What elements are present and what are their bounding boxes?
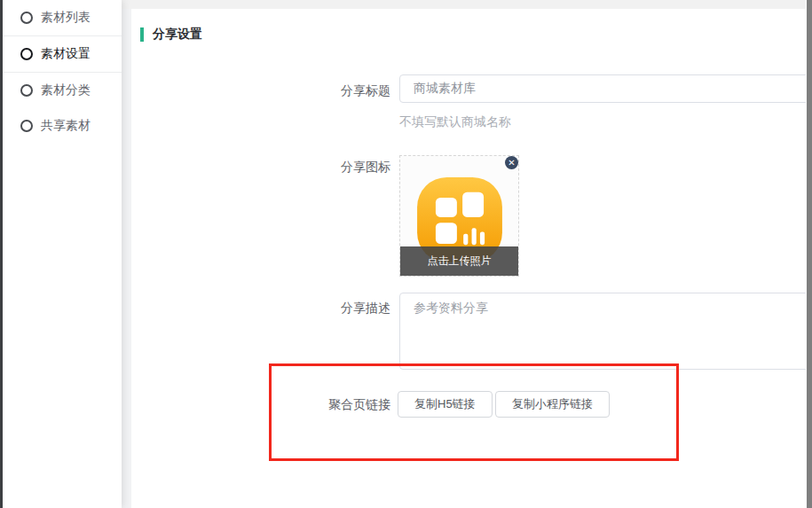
window-left-edge bbox=[0, 0, 3, 508]
scrollbar-track bbox=[806, 0, 812, 508]
sidebar-item-label: 素材列表 bbox=[41, 10, 91, 26]
sidebar-item-shared-material[interactable]: 共享素材 bbox=[3, 108, 122, 144]
scrollbar-thumb[interactable] bbox=[807, 0, 812, 508]
close-icon[interactable]: ✕ bbox=[505, 156, 518, 169]
sidebar-item-label: 素材设置 bbox=[41, 46, 91, 62]
app-window: 素材列表 素材设置 素材分类 共享素材 分享设置 分享标题 不填写默认商城名称 … bbox=[0, 0, 812, 508]
sidebar-item-label: 素材分类 bbox=[41, 82, 91, 98]
top-background-strip bbox=[122, 0, 812, 9]
copy-h5-link-button[interactable]: 复制H5链接 bbox=[398, 391, 493, 418]
page-title: 分享设置 bbox=[153, 27, 202, 43]
content-panel: 分享设置 分享标题 不填写默认商城名称 分享图标 ✕ bbox=[131, 9, 812, 508]
upload-overlay[interactable]: 点击上传照片 bbox=[400, 246, 518, 276]
layout-gap bbox=[122, 0, 131, 508]
sidebar: 素材列表 素材设置 素材分类 共享素材 bbox=[3, 0, 122, 508]
circle-icon bbox=[20, 48, 33, 60]
share-title-helper-text: 不填写默认商城名称 bbox=[399, 114, 511, 130]
sidebar-item-material-category[interactable]: 素材分类 bbox=[3, 73, 122, 108]
sidebar-item-label: 共享素材 bbox=[41, 118, 91, 134]
sidebar-item-material-list[interactable]: 素材列表 bbox=[3, 0, 122, 36]
upload-overlay-text: 点击上传照片 bbox=[428, 254, 492, 269]
circle-icon bbox=[20, 12, 33, 24]
agg-link-label: 聚合页链接 bbox=[248, 395, 390, 413]
copy-miniprogram-link-button[interactable]: 复制小程序链接 bbox=[495, 391, 610, 418]
circle-icon bbox=[20, 84, 33, 97]
circle-icon bbox=[20, 120, 33, 132]
section-header: 分享设置 bbox=[140, 27, 202, 43]
sidebar-item-material-settings[interactable]: 素材设置 bbox=[3, 36, 122, 73]
share-icon-label: 分享图标 bbox=[248, 158, 390, 176]
icon-upload-box[interactable]: ✕ 点击上传照片 bbox=[399, 155, 519, 277]
share-title-label: 分享标题 bbox=[248, 82, 390, 99]
share-desc-label: 分享描述 bbox=[248, 299, 390, 317]
share-desc-textarea[interactable]: 参考资料分享 bbox=[399, 293, 812, 370]
accent-bar-icon bbox=[140, 27, 144, 42]
share-title-input[interactable] bbox=[399, 74, 812, 103]
